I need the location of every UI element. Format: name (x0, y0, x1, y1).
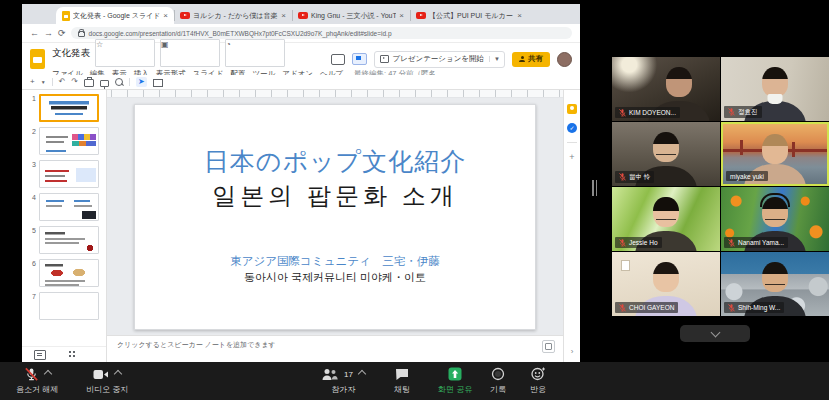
current-slide[interactable]: 日本のポップ文化紹介 일본의 팝문화 소개 東アジア国際コミュニティ 三宅・伊藤… (134, 104, 536, 330)
undo-icon[interactable]: ↶ (59, 78, 66, 86)
slide-subtitle-korean[interactable]: 동아시아 국제커뮤니티 미야케・이토 (244, 270, 426, 285)
presentation-options-caret-icon[interactable]: ▼ (489, 56, 504, 62)
share-button[interactable]: 共有 (512, 52, 550, 67)
address-bar[interactable]: docs.google.com/presentation/d/1T4fHVX_B… (71, 27, 572, 39)
comment-history-icon[interactable] (331, 54, 345, 65)
zoom-icon[interactable] (115, 78, 123, 86)
muted-mic-icon (728, 108, 735, 116)
print-icon[interactable] (84, 79, 94, 87)
chat-button[interactable]: 채팅 (394, 366, 410, 395)
thumbnail-preview[interactable] (39, 94, 99, 122)
participant-name: 畠中 怜 (629, 173, 650, 182)
thumbnail-preview[interactable] (39, 127, 99, 155)
slides-toolbar: + ▼ ↶ ↷ ➤ (22, 75, 580, 90)
new-slide-button[interactable]: + (30, 78, 35, 86)
back-icon[interactable]: ← (30, 29, 39, 38)
collapse-panel-icon[interactable]: › (571, 347, 574, 356)
unmute-button[interactable]: 음소거 해제 (16, 366, 58, 395)
video-tile[interactable]: Nanami Yama... (721, 187, 829, 251)
workspace-side-panel: ✓ + › (563, 90, 580, 362)
select-cursor-icon[interactable]: ➤ (136, 77, 147, 87)
thumbnail-preview[interactable] (39, 226, 99, 254)
star-icon[interactable]: ☆ (95, 39, 155, 67)
glasses (656, 219, 676, 224)
tab-close-icon[interactable]: × (517, 11, 522, 20)
slide-thumbnail-2[interactable]: 2 (22, 127, 106, 160)
collapse-gallery-button[interactable] (680, 325, 750, 342)
participant-name: CHOI GAYEON (629, 304, 674, 311)
horizontal-ruler (107, 90, 563, 98)
slide-title-korean[interactable]: 일본의 팝문화 소개 (212, 180, 457, 212)
participants-options-chevron-icon[interactable] (358, 370, 366, 378)
slide-thumbnail-4[interactable]: 4 (22, 193, 106, 226)
slide-thumbnail-5[interactable]: 5 (22, 226, 106, 259)
move-folder-icon[interactable]: ▣ (160, 39, 220, 67)
tab-youtube-1[interactable]: ヨルシカ - だから僕は音楽を辞めた… × (174, 7, 292, 24)
start-presentation-button[interactable]: プレゼンテーションを開始 ▼ (374, 51, 505, 68)
glasses (765, 284, 785, 289)
participant-name-tag: miyake yuki (726, 171, 768, 181)
muted-mic-icon (619, 304, 626, 312)
slide-thumbnail-7[interactable]: 7 (22, 292, 106, 325)
participants-button[interactable]: 17 참가자 (322, 366, 365, 395)
video-tile[interactable]: 정효진 (721, 57, 829, 121)
tab-close-icon[interactable]: × (163, 11, 168, 20)
video-tile[interactable]: CHOI GAYEON (612, 252, 720, 316)
slide-thumbnail-6[interactable]: 6 (22, 259, 106, 292)
video-tile-active-speaker[interactable]: miyake yuki (721, 122, 829, 186)
meeting-toolbar: 음소거 해제 비디오 중지 17 참가자 채팅 화면 공유 기록 (0, 362, 829, 400)
speaker-notes-placeholder[interactable]: クリックするとスピーカー ノートを追加できます (117, 340, 276, 350)
person-icon (519, 56, 525, 62)
headphones (760, 193, 790, 207)
slide-thumbnail-3[interactable]: 3 (22, 160, 106, 193)
account-avatar[interactable] (557, 52, 572, 67)
video-tile[interactable]: Jessie Ho (612, 187, 720, 251)
document-title[interactable]: 文化発表 (52, 47, 90, 60)
tab-youtube-2[interactable]: King Gnu - 三文小説 - YouTube × (292, 7, 410, 24)
share-screen-button[interactable]: 화면 공유 (438, 366, 472, 395)
forward-icon[interactable]: → (44, 29, 53, 38)
reactions-button[interactable]: 반응 (530, 366, 546, 395)
google-keep-icon[interactable] (567, 104, 577, 114)
present-display-icon[interactable] (352, 53, 367, 65)
slide-canvas[interactable]: 日本のポップ文化紹介 일본의 팝문화 소개 東アジア国際コミュニティ 三宅・伊藤… (107, 90, 563, 335)
video-camera-icon (93, 368, 109, 381)
notes-layout-icon[interactable] (542, 340, 555, 353)
filmstrip-view-icon[interactable] (34, 350, 46, 360)
tab-youtube-3[interactable]: 【公式】PUI PUI モルカー 第1話… × (410, 7, 528, 24)
record-button[interactable]: 기록 (490, 366, 506, 395)
get-addons-icon[interactable]: + (569, 152, 574, 162)
chat-bubble-icon (395, 368, 409, 381)
audio-options-chevron-icon[interactable] (43, 370, 51, 378)
thumbnail-preview[interactable] (39, 259, 99, 287)
video-tile[interactable]: KIM DOYEON... (612, 57, 720, 121)
new-slide-caret-icon[interactable]: ▼ (41, 80, 46, 85)
reload-icon[interactable]: ⟳ (58, 29, 66, 38)
tab-close-icon[interactable]: × (399, 11, 404, 20)
slide-subtitle-japanese[interactable]: 東アジア国際コミュニティ 三宅・伊藤 (230, 254, 439, 269)
text-box-icon[interactable] (153, 79, 163, 87)
thumbnail-preview[interactable] (39, 160, 99, 188)
thumbnail-preview[interactable] (39, 292, 99, 320)
redo-icon[interactable]: ↷ (71, 78, 78, 86)
slide-thumbnail-1[interactable]: 1 (22, 94, 106, 127)
record-icon (491, 367, 505, 381)
gallery-resize-handle[interactable] (592, 180, 598, 196)
muted-mic-icon (24, 367, 39, 382)
tab-close-icon[interactable]: × (281, 11, 286, 20)
paint-format-icon[interactable] (100, 80, 109, 87)
grid-view-icon[interactable] (68, 350, 77, 359)
tab-title: 文化発表 - Google スライド (73, 11, 160, 21)
participant-name-tag: Jessie Ho (615, 237, 662, 248)
video-options-chevron-icon[interactable] (114, 370, 122, 378)
thumbnail-preview[interactable] (39, 193, 99, 221)
google-tasks-icon[interactable]: ✓ (567, 123, 577, 133)
google-slides-logo-icon[interactable] (30, 49, 45, 69)
video-tile[interactable]: Shih-Ming W... (721, 252, 829, 316)
video-tile[interactable]: 畠中 怜 (612, 122, 720, 186)
stop-video-button[interactable]: 비디오 중지 (86, 366, 128, 395)
slide-title-japanese[interactable]: 日本のポップ文化紹介 (204, 145, 466, 178)
lock-icon (78, 31, 85, 37)
speaker-notes-bar[interactable]: クリックするとスピーカー ノートを追加できます (107, 335, 563, 362)
tab-slides[interactable]: 文化発表 - Google スライド × (56, 7, 174, 24)
